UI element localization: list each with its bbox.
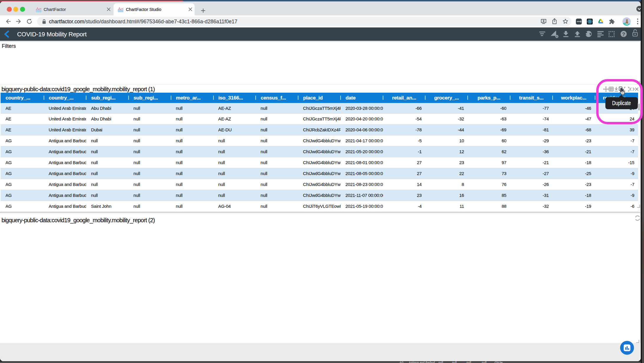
svg-text:?: ? bbox=[622, 32, 625, 37]
